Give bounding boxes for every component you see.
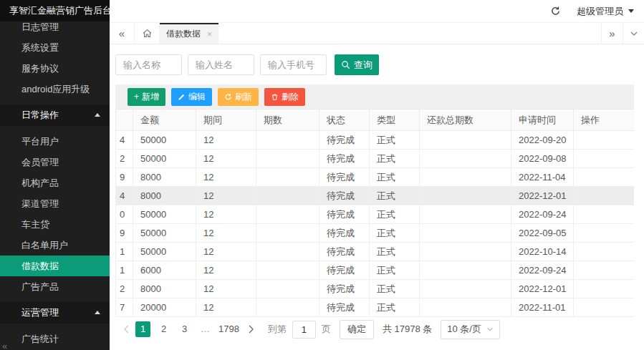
table-cell: 12	[196, 243, 256, 261]
refresh-table-button[interactable]: 刷新	[218, 88, 259, 106]
table-cell: 50000	[133, 205, 196, 224]
table-cell: 8000	[133, 280, 196, 298]
table-cell: 12	[196, 131, 256, 150]
table-row[interactable]: 25000012待完成正式2022-09-08	[116, 150, 635, 168]
sidebar-item-11[interactable]: 借款数据	[0, 256, 110, 276]
table-cell	[256, 243, 319, 261]
table-cell: 6000	[133, 261, 196, 280]
sidebar-item-label: 日志管理	[21, 21, 59, 32]
plus-icon: +	[134, 92, 139, 102]
prev-page-button[interactable]	[120, 325, 133, 334]
table-row[interactable]: 45000012待完成正式2022-09-20	[116, 131, 635, 150]
user-menu[interactable]: 超级管理员	[577, 5, 634, 18]
query-button[interactable]: 查询	[335, 54, 379, 75]
table-cell: 正式	[370, 224, 420, 243]
table-cell: 待完成	[319, 261, 370, 280]
table-row[interactable]: 1600012待完成正式2022-09-24	[116, 261, 635, 280]
sidebar-item-1[interactable]: 系统设置	[0, 37, 110, 58]
table-cell: 12	[196, 280, 256, 298]
sidebar-item-label: 白名单用户	[21, 240, 68, 251]
name-input[interactable]	[115, 54, 182, 75]
table-row[interactable]: 72000012待完成正式2022-11-01	[116, 298, 635, 317]
tab-operations-button[interactable]	[623, 23, 644, 44]
table-cell: 12	[196, 205, 256, 224]
table-row[interactable]: 05000012待完成正式2022-09-24	[116, 205, 635, 224]
table-row[interactable]: 95000012待完成正式2022-09-05	[116, 224, 635, 243]
sidebar-item-12[interactable]: 广告产品	[0, 276, 110, 297]
goto-page-input[interactable]	[292, 321, 316, 339]
total-count-label: 共 17978 条	[383, 323, 432, 336]
table-cell: 待完成	[319, 280, 370, 298]
table-cell: 正式	[370, 168, 420, 187]
table-row[interactable]: 4800012待完成正式2022-12-01	[116, 187, 635, 205]
sidebar-item-6[interactable]: 会员管理	[0, 152, 110, 172]
user-name: 超级管理员	[577, 5, 623, 18]
tab-scroll-right-button[interactable]: »	[601, 23, 623, 44]
sidebar-item-label: 借款数据	[21, 261, 59, 271]
tab-active[interactable]: 借款数据 ×	[160, 23, 218, 44]
column-header: 还款总期数	[420, 110, 511, 131]
table-cell: 7	[116, 298, 133, 317]
table-row[interactable]: 15000012待完成正式2022-10-14	[116, 243, 635, 261]
edit-button[interactable]: 编辑	[171, 88, 212, 106]
table-cell: 正式	[370, 243, 420, 261]
data-table: 金额期间期数状态类型还款总期数申请时间操作 45000012待完成正式2022-…	[115, 109, 634, 317]
sidebar-item-label: 服务协议	[21, 63, 59, 74]
table-cell	[574, 298, 635, 317]
page-button[interactable]: 3	[177, 321, 192, 337]
table-cell: 待完成	[319, 298, 370, 317]
sidebar-item-3[interactable]: android应用升级	[0, 79, 110, 99]
table-row[interactable]: 2800012待完成正式2022-12-01	[116, 280, 635, 298]
table-cell: 2022-09-20	[511, 131, 574, 150]
add-button[interactable]: + 新增	[128, 88, 165, 106]
person-name-input[interactable]	[188, 54, 254, 75]
table-cell: 2	[116, 280, 133, 298]
sidebar-item-9[interactable]: 车主贷	[0, 214, 110, 235]
goto-page-label: 到第	[268, 323, 287, 336]
sidebar-item-7[interactable]: 机构产品	[0, 172, 110, 193]
content-area: 查询 + 新增 编辑	[115, 44, 644, 350]
sidebar-item-10[interactable]: 白名单用户	[0, 235, 110, 256]
delete-button[interactable]: 删除	[264, 88, 305, 106]
table-cell: 12	[196, 298, 256, 317]
trash-icon	[271, 93, 279, 101]
page-button[interactable]: 1798	[218, 321, 239, 337]
page-button[interactable]: 2	[156, 321, 171, 337]
tab-home-button[interactable]	[135, 23, 160, 44]
table-cell: 待完成	[319, 131, 370, 150]
edit-button-label: 编辑	[188, 91, 206, 103]
sidebar-item-0[interactable]: 日志管理	[0, 21, 110, 37]
query-button-label: 查询	[354, 59, 373, 72]
table-cell: 待完成	[319, 187, 370, 205]
page-size-select[interactable]: 10 条/页	[441, 320, 500, 339]
table-cell	[256, 280, 319, 298]
sidebar-item-label: 车主贷	[21, 219, 49, 230]
sidebar-item-8[interactable]: 渠道管理	[0, 193, 110, 214]
table-cell	[256, 150, 319, 168]
table-cell: 正式	[370, 205, 420, 224]
sidebar-item-2[interactable]: 服务协议	[0, 58, 110, 79]
sidebar-item-5[interactable]: 平台用户	[0, 131, 110, 152]
sidebar-item-14[interactable]: 广告统计	[0, 329, 110, 349]
tab-close-icon[interactable]: ×	[207, 29, 212, 39]
column-header: 期数	[256, 110, 319, 131]
tab-scroll-left-button[interactable]: «	[110, 23, 135, 44]
table-cell: 4	[116, 187, 133, 205]
table-cell	[420, 224, 511, 243]
page-ellipsis: …	[198, 321, 213, 337]
table-cell	[574, 243, 635, 261]
table-cell: 正式	[370, 280, 420, 298]
pencil-icon	[178, 93, 186, 101]
refresh-page-button[interactable]	[550, 6, 561, 16]
phone-input[interactable]	[260, 54, 327, 75]
sidebar-section-4[interactable]: 日常操作	[0, 104, 110, 126]
confirm-page-button[interactable]: 确定	[340, 320, 374, 339]
page-button[interactable]: 1	[135, 321, 150, 337]
sidebar: 享智汇金融营销广告后台 日志管理系统设置服务协议android应用升级日常操作平…	[0, 0, 110, 350]
next-page-button[interactable]	[245, 325, 258, 334]
sidebar-section-13[interactable]: 运营管理	[0, 302, 110, 324]
table-row[interactable]: 9800012待完成正式2022-11-04	[116, 168, 635, 187]
table-cell: 12	[196, 168, 256, 187]
sidebar-collapse-icon[interactable]: «	[2, 341, 7, 350]
table-cell: 9	[116, 168, 133, 187]
